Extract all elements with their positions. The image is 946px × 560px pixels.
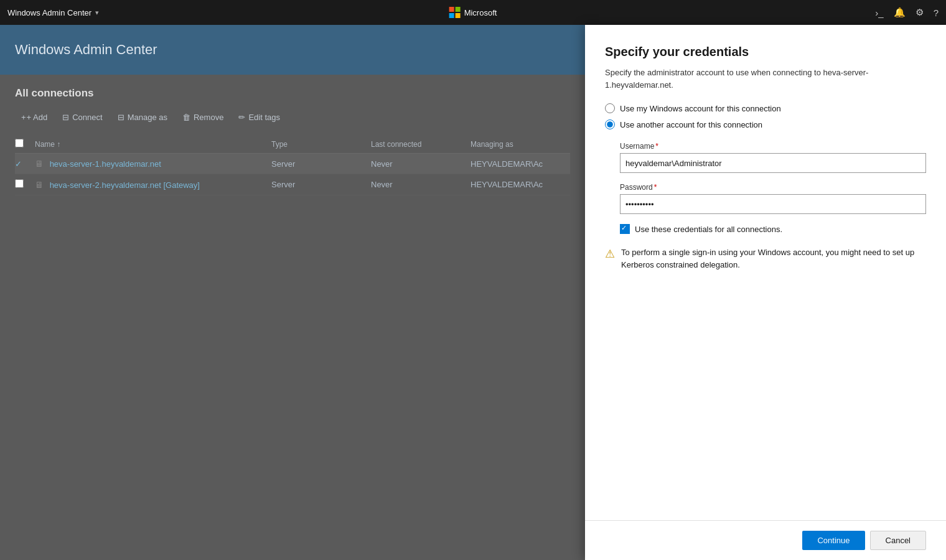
server-link[interactable]: heva-server-2.heyvaldemar.net [Gateway] (50, 180, 200, 190)
trash-icon: 🗑 (182, 113, 190, 122)
row-check-selected: ✓ (15, 159, 35, 169)
password-required-star: * (654, 183, 657, 192)
row-managing-as: HEYVALDEMAR\Ac (471, 159, 570, 169)
microsoft-brand-text: Microsoft (464, 8, 497, 17)
panel-title: Specify your credentials (605, 45, 926, 59)
col-header-last-connected: Last connected (371, 140, 471, 149)
row-last-connected: Never (371, 180, 471, 189)
row-checkbox[interactable] (15, 179, 35, 190)
settings-icon[interactable]: ⚙ (916, 7, 924, 18)
top-navbar: Windows Admin Center ▾ Microsoft ›_ 🔔 ⚙ … (0, 0, 946, 25)
main-content: Windows Admin Center All connections + +… (0, 25, 946, 560)
col-header-managing-as: Managing as (471, 140, 570, 149)
credentials-panel: Specify your credentials Specify the adm… (585, 25, 946, 560)
ms-red-square (449, 7, 454, 12)
warning-icon: ⚠ (605, 247, 615, 261)
plus-icon: + (21, 113, 26, 122)
row-select-checkbox[interactable] (15, 179, 24, 188)
connect-icon: ⊟ (62, 113, 69, 122)
username-group: Username* (620, 142, 926, 173)
panel-description: Specify the administrator account to use… (605, 67, 926, 91)
panel-footer: Continue Cancel (585, 520, 946, 560)
row-managing-as: HEYVALDEMAR\Ac (471, 180, 570, 189)
radio-option-windows-account[interactable]: Use my Windows account for this connecti… (605, 103, 926, 113)
ms-green-square (456, 7, 461, 12)
terminal-icon[interactable]: ›_ (875, 7, 883, 18)
header-checkbox[interactable] (15, 139, 35, 149)
bell-icon[interactable]: 🔔 (894, 7, 906, 18)
nav-center: Microsoft (449, 7, 497, 18)
server-icon: 🖥 (35, 180, 44, 190)
connect-button[interactable]: ⊟ Connect (56, 110, 108, 125)
add-button[interactable]: + + Add (15, 110, 54, 125)
radio-group: Use my Windows account for this connecti… (605, 103, 926, 129)
table-row[interactable]: ✓ 🖥 heva-server-1.heyvaldemar.net Server… (15, 154, 570, 174)
username-input[interactable] (620, 153, 926, 173)
credentials-checkbox-row: Use these credentials for all connection… (620, 224, 926, 234)
edit-icon: ✏ (238, 113, 245, 122)
col-header-type: Type (271, 140, 371, 149)
toolbar: + + Add ⊟ Connect ⊟ Manage as 🗑 Remove ✏ (15, 110, 570, 125)
password-group: Password* (620, 183, 926, 214)
radio-option-another-account[interactable]: Use another account for this connection (605, 119, 926, 129)
radio-another-account[interactable] (605, 119, 615, 129)
nav-right: ›_ 🔔 ⚙ ? (875, 7, 939, 18)
background-panel: Windows Admin Center All connections + +… (0, 25, 585, 560)
page-title: All connections (15, 87, 570, 100)
panel-body: Specify your credentials Specify the adm… (585, 25, 946, 520)
header-title: Windows Admin Center (15, 42, 157, 58)
col-header-name[interactable]: Name ↑ (35, 140, 271, 149)
password-label: Password* (620, 183, 926, 192)
continue-button[interactable]: Continue (802, 531, 864, 550)
server-link[interactable]: heva-server-1.heyvaldemar.net (50, 159, 161, 169)
microsoft-logo (449, 7, 461, 18)
warning-text: To perform a single sign-in using your W… (621, 246, 926, 271)
table-header: Name ↑ Type Last connected Managing as (15, 135, 570, 154)
manage-as-button[interactable]: ⊟ Manage as (111, 110, 174, 125)
radio-windows-account[interactable] (605, 103, 615, 113)
radio-windows-label: Use my Windows account for this connecti… (620, 104, 781, 113)
chevron-down-icon[interactable]: ▾ (95, 9, 99, 17)
username-required-star: * (655, 142, 658, 151)
cancel-button[interactable]: Cancel (870, 531, 926, 550)
row-type: Server (271, 159, 371, 169)
nav-left: Windows Admin Center ▾ (7, 8, 875, 17)
manage-icon: ⊟ (118, 113, 124, 122)
warning-box: ⚠ To perform a single sign-in using your… (605, 246, 926, 271)
select-all-checkbox[interactable] (15, 139, 24, 147)
help-icon[interactable]: ? (934, 7, 939, 18)
row-last-connected: Never (371, 159, 471, 169)
row-name: 🖥 heva-server-2.heyvaldemar.net [Gateway… (35, 180, 271, 190)
row-type: Server (271, 180, 371, 189)
ms-yellow-square (456, 13, 461, 18)
app-title: Windows Admin Center (7, 8, 91, 17)
content-area: All connections + + Add ⊟ Connect ⊟ Mana… (0, 75, 585, 208)
username-label: Username* (620, 142, 926, 151)
header-bar: Windows Admin Center (0, 25, 585, 75)
server-icon: 🖥 (35, 159, 44, 169)
row-name: 🖥 heva-server-1.heyvaldemar.net (35, 159, 271, 169)
remove-button[interactable]: 🗑 Remove (176, 110, 230, 125)
checkbox-label: Use these credentials for all connection… (635, 225, 782, 234)
radio-another-label: Use another account for this connection (620, 120, 762, 129)
use-all-connections-checkbox[interactable] (620, 224, 630, 234)
ms-blue-square (449, 13, 454, 18)
edit-tags-button[interactable]: ✏ Edit tags (232, 110, 286, 125)
password-input[interactable] (620, 194, 926, 214)
table-row[interactable]: 🖥 heva-server-2.heyvaldemar.net [Gateway… (15, 174, 570, 195)
